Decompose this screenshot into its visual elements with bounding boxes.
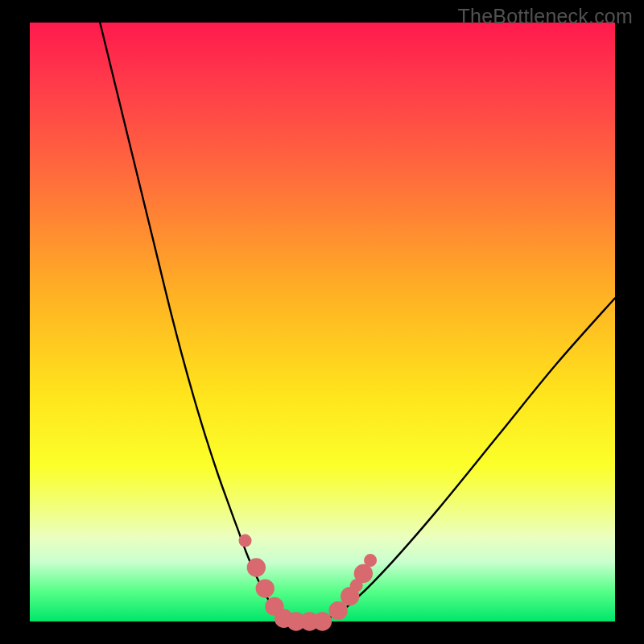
watermark-text: TheBottleneck.com: [458, 5, 633, 28]
highlight-dot: [354, 564, 373, 583]
plot-area: [30, 23, 615, 621]
chart-frame: TheBottleneck.com: [0, 0, 644, 644]
highlight-dot: [313, 612, 332, 630]
highlight-dots: [239, 535, 378, 631]
bottleneck-curve: [100, 23, 615, 622]
highlight-dot: [364, 554, 377, 567]
highlight-dot: [239, 535, 252, 547]
highlight-dot: [256, 579, 275, 597]
curve-layer: [30, 23, 615, 621]
highlight-dot: [247, 558, 266, 576]
